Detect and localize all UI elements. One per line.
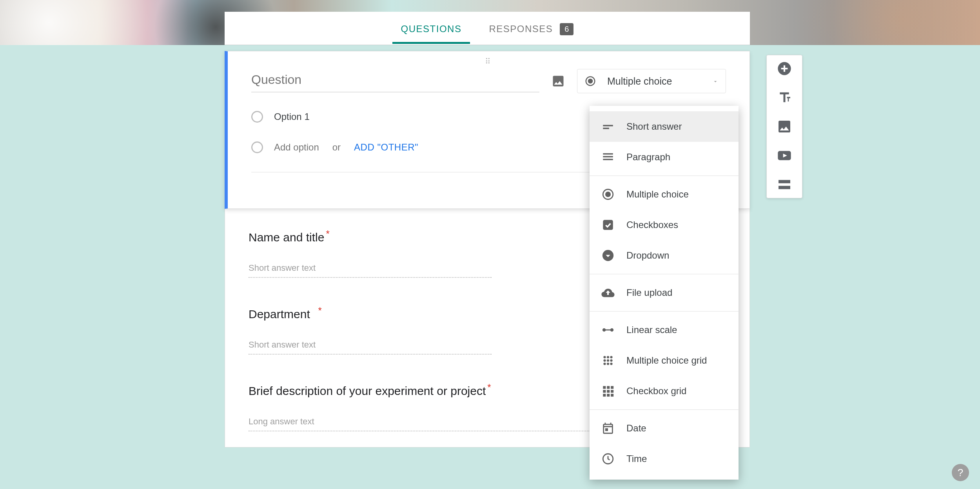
dropdown-divider — [590, 176, 739, 176]
dropdown-item-label: Multiple choice grid — [626, 355, 707, 366]
dropdown-divider — [590, 274, 739, 274]
dropdown-item-short-answer[interactable]: Short answer — [590, 111, 739, 142]
drag-handle-icon[interactable]: ⠿ — [485, 57, 493, 66]
dropdown-item-label: Dropdown — [626, 250, 669, 261]
dropdown-item-label: Multiple choice — [626, 189, 689, 200]
linear-scale-icon — [601, 323, 615, 337]
tab-responses-label: RESPONSES — [489, 24, 553, 34]
dropdown-item-file-upload[interactable]: File upload — [590, 277, 739, 308]
svg-rect-8 — [603, 220, 613, 230]
short-answer-placeholder: Short answer text — [249, 263, 492, 278]
dropdown-item-label: File upload — [626, 287, 672, 298]
radio-circle-icon — [251, 111, 263, 123]
dropdown-item-label: Short answer — [626, 121, 682, 132]
checkbox-icon — [601, 218, 615, 232]
clock-icon — [601, 452, 615, 465]
long-answer-placeholder: Long answer text — [249, 417, 593, 431]
square-grid-icon — [601, 384, 615, 398]
dropdown-item-label: Linear scale — [626, 324, 677, 335]
svg-point-19 — [603, 362, 606, 365]
svg-rect-12 — [605, 330, 611, 331]
svg-point-0 — [588, 79, 593, 84]
help-button[interactable]: ? — [952, 464, 969, 481]
dropdown-item-time[interactable]: Time — [590, 444, 739, 474]
dot-grid-icon — [601, 354, 615, 367]
add-option-link[interactable]: Add option — [274, 142, 319, 153]
dropdown-item-label: Checkboxes — [626, 219, 678, 230]
dropdown-item-checkboxes[interactable]: Checkboxes — [590, 210, 739, 240]
svg-point-20 — [607, 362, 609, 365]
svg-point-16 — [603, 359, 606, 362]
svg-rect-28 — [603, 394, 606, 397]
dropdown-item-dropdown[interactable]: Dropdown — [590, 240, 739, 271]
svg-point-14 — [607, 356, 609, 358]
add-image-icon[interactable] — [551, 74, 565, 88]
svg-rect-2 — [603, 125, 613, 127]
radio-button-icon — [601, 188, 615, 201]
question-type-label: Multiple choice — [607, 76, 672, 87]
calendar-icon — [601, 422, 615, 435]
short-answer-placeholder: Short answer text — [249, 340, 492, 355]
question-type-dropdown: Short answer Paragraph Multiple choice C… — [590, 106, 739, 480]
dropdown-item-date[interactable]: Date — [590, 413, 739, 444]
dropdown-item-label: Time — [626, 453, 647, 464]
or-text: or — [332, 142, 341, 153]
svg-rect-5 — [603, 156, 613, 157]
svg-point-13 — [603, 356, 606, 358]
required-asterisk: * — [487, 382, 491, 393]
dropdown-item-mc-grid[interactable]: Multiple choice grid — [590, 345, 739, 376]
question-type-selector[interactable]: Multiple choice — [577, 69, 726, 93]
tab-questions[interactable]: QUESTIONS — [397, 13, 466, 44]
add-image-button[interactable] — [777, 119, 792, 134]
paragraph-icon — [601, 150, 615, 164]
required-asterisk: * — [326, 228, 329, 239]
dropdown-divider — [590, 409, 739, 410]
svg-rect-30 — [611, 394, 613, 397]
add-question-button[interactable] — [777, 61, 792, 76]
svg-point-15 — [610, 356, 612, 358]
svg-rect-27 — [611, 390, 613, 393]
cloud-upload-icon — [601, 286, 615, 299]
dropdown-item-multiple-choice[interactable]: Multiple choice — [590, 179, 739, 210]
radio-button-icon — [584, 75, 596, 87]
short-answer-icon — [601, 120, 615, 133]
svg-rect-35 — [779, 180, 790, 183]
add-section-button[interactable] — [777, 177, 792, 192]
radio-circle-icon — [251, 141, 263, 153]
option-label: Option 1 — [274, 111, 310, 122]
svg-point-7 — [605, 192, 611, 197]
dropdown-divider — [590, 311, 739, 312]
question-title-input[interactable] — [251, 70, 539, 92]
svg-rect-3 — [603, 128, 609, 129]
responses-count-badge: 6 — [560, 23, 573, 35]
svg-rect-25 — [603, 390, 606, 393]
dropdown-item-label: Checkbox grid — [626, 386, 686, 397]
svg-point-17 — [607, 359, 609, 362]
form-tabbar: QUESTIONS RESPONSES 6 — [225, 12, 750, 45]
question-header-row: Multiple choice — [251, 69, 726, 93]
svg-point-18 — [610, 359, 612, 362]
svg-rect-31 — [605, 428, 608, 431]
svg-rect-22 — [603, 386, 606, 389]
svg-rect-23 — [607, 386, 610, 389]
add-title-button[interactable] — [777, 90, 792, 105]
svg-rect-36 — [779, 186, 790, 189]
tab-responses[interactable]: RESPONSES 6 — [485, 12, 577, 45]
dropdown-item-cb-grid[interactable]: Checkbox grid — [590, 376, 739, 406]
dropdown-item-paragraph[interactable]: Paragraph — [590, 142, 739, 172]
side-toolbar — [766, 55, 802, 198]
add-video-button[interactable] — [777, 148, 792, 163]
dropdown-item-label: Paragraph — [626, 152, 670, 163]
svg-rect-26 — [607, 390, 610, 393]
svg-rect-24 — [611, 386, 613, 389]
svg-rect-29 — [607, 394, 610, 397]
add-other-link[interactable]: ADD "OTHER" — [354, 142, 418, 153]
dropdown-item-label: Date — [626, 423, 646, 434]
dropdown-circle-icon — [601, 249, 615, 262]
chevron-down-icon — [712, 76, 719, 87]
svg-rect-6 — [603, 159, 613, 160]
required-asterisk: * — [318, 305, 321, 316]
svg-point-21 — [610, 362, 612, 365]
dropdown-item-linear-scale[interactable]: Linear scale — [590, 315, 739, 345]
svg-rect-4 — [603, 153, 613, 154]
